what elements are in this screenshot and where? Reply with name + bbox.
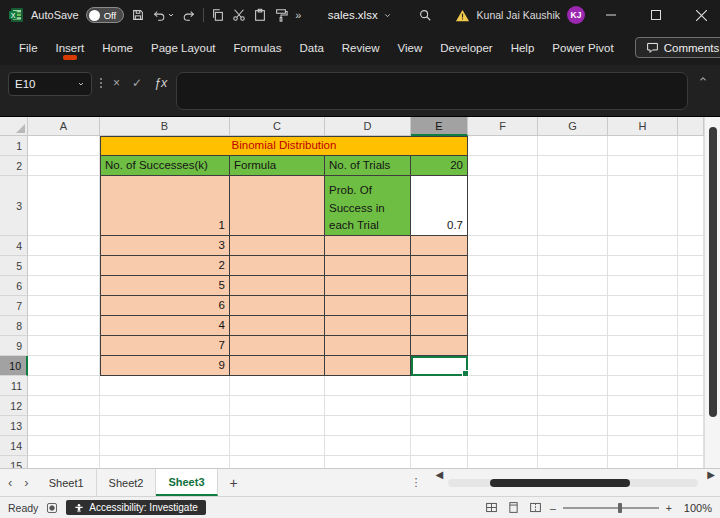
sheet-tab-sheet1[interactable]: Sheet1	[37, 469, 97, 496]
cell-F4[interactable]	[468, 236, 538, 256]
cell-F13[interactable]	[468, 416, 538, 436]
cell-x10[interactable]	[678, 356, 704, 376]
ribbon-tab-insert[interactable]: Insert	[47, 36, 94, 60]
cell-A3[interactable]	[28, 176, 100, 236]
cell-F12[interactable]	[468, 396, 538, 416]
cell-F10[interactable]	[468, 356, 538, 376]
cell-D8[interactable]	[325, 316, 411, 336]
cell-A2[interactable]	[28, 156, 100, 176]
cell-C6[interactable]	[230, 276, 325, 296]
row-header-7[interactable]: 7	[0, 296, 28, 316]
cell-E7[interactable]	[411, 296, 468, 316]
cell-x5[interactable]	[678, 256, 704, 276]
ribbon-tab-page-layout[interactable]: Page Layout	[142, 36, 225, 60]
cell-G4[interactable]	[538, 236, 608, 256]
ribbon-tab-power-pivot[interactable]: Power Pivot	[543, 36, 622, 60]
search-icon[interactable]	[418, 8, 432, 22]
cell-x14[interactable]	[678, 436, 704, 456]
name-box[interactable]: E10	[8, 72, 92, 96]
hscroll-right-icon[interactable]: ▶	[702, 469, 720, 496]
user-avatar[interactable]: KJ	[567, 6, 585, 24]
cell-C13[interactable]	[230, 416, 325, 436]
cell-E4[interactable]	[411, 236, 468, 256]
cell-E14[interactable]	[411, 436, 468, 456]
sheet-tab-sheet3[interactable]: Sheet3	[156, 469, 217, 496]
insert-function-icon[interactable]: ƒx	[151, 72, 170, 94]
column-header-A[interactable]: A	[28, 117, 100, 136]
cell-G6[interactable]	[538, 276, 608, 296]
zoom-slider[interactable]	[563, 507, 659, 509]
cell-G2[interactable]	[538, 156, 608, 176]
cell-D7[interactable]	[325, 296, 411, 316]
cell-B6[interactable]: 5	[100, 276, 230, 296]
sheet-tab-sheet2[interactable]: Sheet2	[97, 469, 157, 496]
cell-C3[interactable]	[230, 176, 325, 236]
cell-D11[interactable]	[325, 376, 411, 396]
cell-C7[interactable]	[230, 296, 325, 316]
cell-A6[interactable]	[28, 276, 100, 296]
column-header-G[interactable]: G	[538, 117, 608, 136]
maximize-button[interactable]	[637, 0, 675, 30]
cell-x7[interactable]	[678, 296, 704, 316]
cell-D6[interactable]	[325, 276, 411, 296]
ribbon-tab-developer[interactable]: Developer	[431, 36, 501, 60]
cell-H3[interactable]	[608, 176, 678, 236]
cell-G8[interactable]	[538, 316, 608, 336]
ribbon-tab-data[interactable]: Data	[291, 36, 333, 60]
cell-x3[interactable]	[678, 176, 704, 236]
row-header-12[interactable]: 12	[0, 396, 28, 416]
cell-H14[interactable]	[608, 436, 678, 456]
cell-H11[interactable]	[608, 376, 678, 396]
column-header-H[interactable]: H	[608, 117, 678, 136]
cell-A15[interactable]	[28, 456, 100, 468]
cell-B7[interactable]: 6	[100, 296, 230, 316]
cell-F3[interactable]	[468, 176, 538, 236]
undo-icon[interactable]	[152, 8, 175, 22]
cell-A12[interactable]	[28, 396, 100, 416]
cell-x12[interactable]	[678, 396, 704, 416]
cell-E2[interactable]: 20	[411, 156, 468, 176]
cell-D4[interactable]	[325, 236, 411, 256]
cell-x2[interactable]	[678, 156, 704, 176]
cell-F11[interactable]	[468, 376, 538, 396]
row-header-8[interactable]: 8	[0, 316, 28, 336]
minimize-button[interactable]	[592, 0, 630, 30]
cell-H1[interactable]	[608, 136, 678, 156]
cell-A11[interactable]	[28, 376, 100, 396]
cell-H13[interactable]	[608, 416, 678, 436]
ribbon-tab-home[interactable]: Home	[93, 36, 142, 60]
cell-F5[interactable]	[468, 256, 538, 276]
cell-x4[interactable]	[678, 236, 704, 256]
cell-x6[interactable]	[678, 276, 704, 296]
cell-H8[interactable]	[608, 316, 678, 336]
cell-A13[interactable]	[28, 416, 100, 436]
column-header-F[interactable]: F	[468, 117, 538, 136]
row-header-9[interactable]: 9	[0, 336, 28, 356]
cell-E3[interactable]: 0.7	[411, 176, 468, 236]
cell-D12[interactable]	[325, 396, 411, 416]
cell-C5[interactable]	[230, 256, 325, 276]
cell-H2[interactable]	[608, 156, 678, 176]
cell-x9[interactable]	[678, 336, 704, 356]
cell-C12[interactable]	[230, 396, 325, 416]
cell-A5[interactable]	[28, 256, 100, 276]
paste-icon[interactable]	[253, 8, 267, 22]
cell-G13[interactable]	[538, 416, 608, 436]
cell-B2[interactable]: No. of Successes(k)	[100, 156, 230, 176]
ribbon-tab-view[interactable]: View	[389, 36, 432, 60]
select-all-corner[interactable]	[0, 117, 28, 136]
cell-B10[interactable]: 9	[100, 356, 230, 376]
autosave-toggle[interactable]: Off	[86, 7, 125, 23]
row-header-14[interactable]: 14	[0, 436, 28, 456]
row-header-4[interactable]: 4	[0, 236, 28, 256]
toolbar-overflow-icon[interactable]: »	[295, 9, 301, 21]
sheet-nav-right-icon[interactable]: ›	[24, 475, 28, 490]
normal-view-icon[interactable]	[485, 501, 498, 514]
cell-B13[interactable]	[100, 416, 230, 436]
cell-F15[interactable]	[468, 456, 538, 468]
cell-E11[interactable]	[411, 376, 468, 396]
cell-G15[interactable]	[538, 456, 608, 468]
cell-A9[interactable]	[28, 336, 100, 356]
row-header-5[interactable]: 5	[0, 256, 28, 276]
row-header-1[interactable]: 1	[0, 136, 28, 156]
